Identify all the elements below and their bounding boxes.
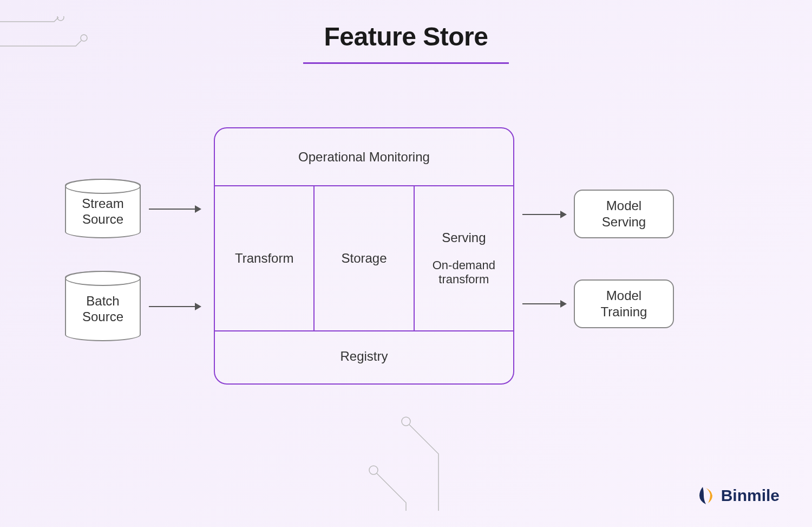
batch-source-label: Batch Source [66, 294, 140, 325]
svg-point-2 [402, 417, 410, 426]
serving-label: Serving [442, 230, 486, 245]
svg-point-3 [369, 466, 378, 474]
model-serving-box: Model Serving [574, 190, 674, 238]
operational-monitoring-section: Operational Monitoring [215, 128, 513, 185]
on-demand-transform-label: On-demand transform [433, 258, 495, 287]
transform-label: Transform [235, 251, 293, 266]
circuit-decoration-top-left [0, 16, 92, 60]
binmile-logo-icon [696, 486, 716, 505]
title-underline [303, 62, 509, 64]
model-training-label: Model Training [601, 288, 647, 320]
brand-logo: Binmile [696, 486, 780, 505]
storage-label: Storage [341, 251, 387, 266]
circuit-decoration-bottom [298, 413, 471, 511]
batch-source-node: Batch Source [65, 271, 141, 341]
arrow-stream-to-core [149, 209, 200, 210]
serving-column: Serving On-demand transform [414, 186, 513, 330]
storage-column: Storage [313, 186, 413, 330]
model-serving-label: Model Serving [602, 198, 646, 230]
diagram-title: Feature Store [324, 22, 488, 51]
brand-name: Binmile [721, 486, 780, 505]
core-columns: Transform Storage Serving On-demand tran… [215, 185, 513, 331]
stream-source-label: Stream Source [66, 196, 140, 227]
transform-column: Transform [215, 186, 313, 330]
arrow-core-to-training [522, 303, 566, 304]
arrow-core-to-serving [522, 214, 566, 215]
feature-store-core-box: Operational Monitoring Transform Storage… [214, 127, 514, 385]
registry-section: Registry [215, 329, 513, 383]
arrow-batch-to-core [149, 306, 200, 307]
model-training-box: Model Training [574, 279, 674, 328]
stream-source-node: Stream Source [65, 179, 141, 238]
svg-point-0 [57, 16, 64, 21]
svg-point-1 [81, 35, 87, 41]
